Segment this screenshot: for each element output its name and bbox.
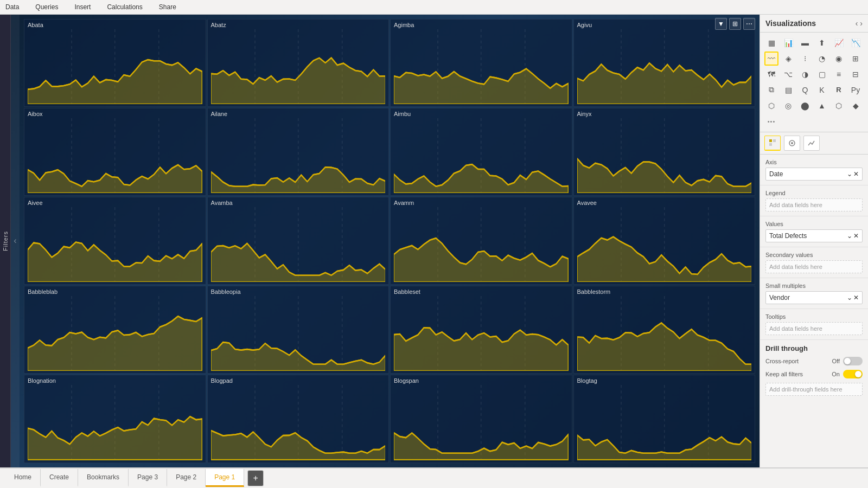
menu-insert[interactable]: Insert [74,3,91,11]
viz-funnel[interactable]: ⌥ [781,67,795,81]
svg-rect-62 [769,143,772,146]
chart-svg-babbleblab[interactable] [28,296,202,371]
tab-analytics[interactable] [803,136,820,151]
cross-report-value: Off [832,358,840,364]
view-button[interactable]: ⊞ [729,18,741,30]
small-multiples-clear-icon[interactable]: ✕ [853,294,859,301]
chart-svg-ainyx[interactable] [577,118,752,193]
viz-bar-chart[interactable]: 📊 [781,36,795,50]
chart-svg-ailane[interactable] [211,118,386,193]
tab-create[interactable]: Create [41,469,78,487]
chart-cell-abata: Abata [24,19,206,107]
tab-page2[interactable]: Page 2 [167,469,206,487]
chart-svg-avavee[interactable] [577,207,752,282]
chart-svg-agivu[interactable] [577,29,752,104]
viz-bar-stacked[interactable]: ▦ [764,36,778,50]
viz-custom2[interactable]: ▲ [815,99,829,113]
legend-section: Legend Add data fields here [760,185,868,216]
chart-svg-babbleopia[interactable] [211,296,386,371]
chart-svg-babbleset[interactable] [394,296,569,371]
values-chevron-icon: ⌄ [847,232,852,240]
viz-line-chart[interactable]: 📈 [832,36,846,50]
legend-add-field[interactable]: Add data fields here [765,198,863,211]
chart-svg-abata[interactable] [28,29,202,104]
tooltips-add-field[interactable]: Add data fields here [765,322,863,335]
values-dropdown[interactable]: Total Defects ⌄ ✕ [765,229,863,242]
tab-page1[interactable]: Page 1 [206,469,244,487]
chart-svg-aimbu[interactable] [394,118,569,193]
viz-py-visual[interactable]: Py [848,83,863,97]
viz-more[interactable]: ••• [764,114,778,129]
chart-svg-blognation[interactable] [28,385,202,460]
chart-svg-babblestorm[interactable] [577,296,752,371]
chart-svg-abatz[interactable] [211,29,386,104]
axis-clear-icon[interactable]: ✕ [853,170,859,178]
viz-gauge[interactable]: ◑ [798,67,812,81]
chart-svg-blogspan[interactable] [394,385,569,460]
panel-collapse-button[interactable]: ‹ [856,19,858,28]
viz-panel-title: Visualizations [765,19,816,28]
more-button[interactable]: ⋯ [743,18,755,30]
menu-data[interactable]: Data [5,3,19,11]
scroll-left[interactable]: ‹ [11,15,20,467]
axis-label: Axis [765,159,863,165]
chart-svg-blogpad[interactable] [211,385,386,460]
chart-svg-avamba[interactable] [211,207,386,282]
viz-custom1[interactable]: ⬤ [798,99,812,113]
chart-svg-agimba[interactable] [394,29,569,104]
add-page-button[interactable]: + [247,470,264,486]
menu-queries[interactable]: Queries [35,3,58,11]
tab-fields[interactable] [764,136,781,151]
chart-cell-aivee: Aivee [24,197,206,285]
viz-slicer[interactable]: ⧉ [764,83,778,97]
chart-svg-aibox[interactable] [28,118,202,193]
viz-r-visual[interactable]: R [832,83,846,97]
viz-scatter[interactable]: ⁝ [798,52,812,66]
viz-icons-grid: ▦ 📊 ▬ ⬆ 📈 📉 〰 ◈ ⁝ ◔ ◉ ⊞ 🗺 ⌥ ◑ ▢ ≡ ⊟ [760,33,868,132]
tab-home[interactable]: Home [5,469,41,487]
viz-table[interactable]: ≡ [832,67,846,81]
viz-waterfall[interactable]: ⬆ [815,36,829,50]
viz-custom3[interactable]: ⬡ [832,99,846,113]
secondary-values-add-field[interactable]: Add data fields here [765,260,863,273]
axis-dropdown[interactable]: Date ⌄ ✕ [765,168,863,181]
viz-card[interactable]: ▢ [815,67,829,81]
drill-add-field[interactable]: Add drill-through fields here [765,383,863,396]
viz-line-clustered[interactable]: 〰 [764,52,778,66]
chart-cell-blogtag: Blogtag [573,375,756,463]
viz-pie[interactable]: ◔ [815,52,829,66]
keep-filters-toggle[interactable] [843,370,863,378]
tab-bookmarks[interactable]: Bookmarks [78,469,129,487]
viz-treemap[interactable]: ⊞ [848,52,863,66]
viz-key-influencer[interactable]: ◎ [781,99,795,113]
viz-qna[interactable]: Q [798,83,812,97]
viz-kpi[interactable]: K [815,83,829,97]
menu-calculations[interactable]: Calculations [107,3,142,11]
menu-share[interactable]: Share [159,3,176,11]
viz-area-chart[interactable]: 📉 [848,36,863,50]
chart-svg-aivee[interactable] [28,207,202,282]
viz-matrix[interactable]: ⊟ [848,67,863,81]
viz-ribbon[interactable]: ◈ [781,52,795,66]
chart-cell-abatz: Abatz [207,19,390,107]
chart-toolbar: ▼ ⊞ ⋯ [715,18,755,30]
viz-sub-tabs [760,132,868,155]
values-clear-icon[interactable]: ✕ [853,232,859,240]
viz-bar-horizontal[interactable]: ▬ [798,36,812,50]
filter-button[interactable]: ▼ [715,18,727,30]
viz-map[interactable]: 🗺 [764,67,778,81]
chart-cell-babbleset: Babbleset [390,286,572,374]
panel-expand-button[interactable]: › [860,19,863,28]
viz-decomp[interactable]: ⬡ [764,99,778,113]
chart-svg-blogtag[interactable] [577,385,752,460]
viz-donut[interactable]: ◉ [832,52,846,66]
small-multiples-dropdown[interactable]: Vendor ⌄ ✕ [765,291,863,304]
tab-page3[interactable]: Page 3 [129,469,167,487]
tab-format[interactable] [784,136,800,151]
secondary-values-section: Secondary values Add data fields here [760,247,868,278]
viz-multi-row[interactable]: ▤ [781,83,795,97]
secondary-values-label: Secondary values [765,252,863,258]
viz-custom4[interactable]: ◆ [848,99,863,113]
chart-svg-avamm[interactable] [394,207,569,282]
cross-report-toggle[interactable] [843,357,863,365]
